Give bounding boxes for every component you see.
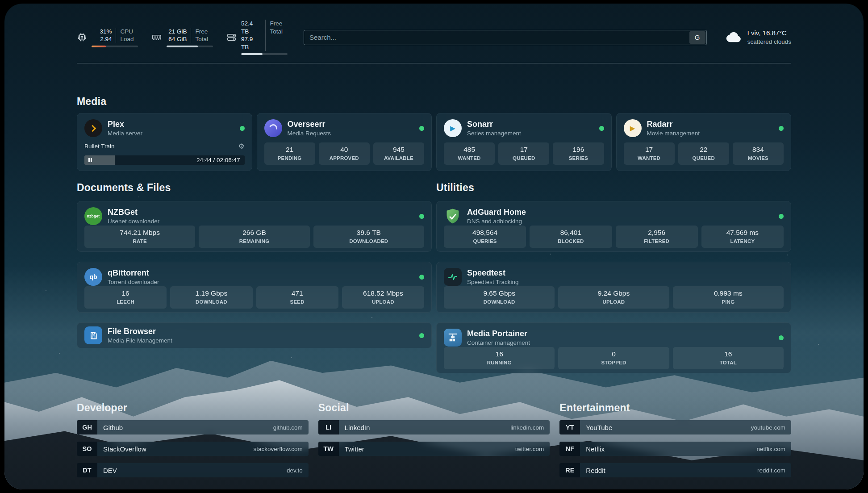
stat-value: 0 <box>560 350 667 359</box>
stat-upload: 618.52 Mbps UPLOAD <box>342 286 424 309</box>
cpu-percent: 31% <box>100 28 112 36</box>
bookmark-name: YouTube <box>586 424 612 431</box>
bookmark-name: LinkedIn <box>345 424 370 431</box>
pause-icon[interactable] <box>88 158 92 162</box>
service-name: Speedtest <box>467 268 519 278</box>
stat-label: LATENCY <box>703 238 782 245</box>
stat-label: QUEUED <box>500 155 547 162</box>
gear-icon[interactable] <box>238 142 244 150</box>
section-title-utilities: Utilities <box>436 182 791 194</box>
service-card-overseerr[interactable]: Overseerr Media Requests 21 PENDING 40 A… <box>257 113 432 171</box>
bookmark-netflix[interactable]: NF Netflix netflix.com <box>559 442 791 456</box>
service-card-portainer[interactable]: Media Portainer Container management 16 … <box>436 322 791 373</box>
stat-value: 618.52 Mbps <box>344 289 422 298</box>
stat-label: LEECH <box>86 299 165 305</box>
service-desc: Media File Management <box>108 337 172 345</box>
status-dot <box>419 214 424 219</box>
bookmark-reddit[interactable]: RE Reddit reddit.com <box>559 463 791 477</box>
search-input[interactable] <box>309 33 689 41</box>
service-card-adguard[interactable]: AdGuard Home DNS and adblocking 498,564 … <box>436 201 791 252</box>
stat-value: 21 <box>266 145 313 154</box>
stat-value: 196 <box>555 145 602 154</box>
stat-value: 945 <box>375 145 422 154</box>
service-card-radarr[interactable]: Radarr Movie management 17 WANTED 22 QUE… <box>616 113 792 171</box>
stat-label: WANTED <box>446 155 493 162</box>
bookmark-youtube[interactable]: YT YouTube youtube.com <box>559 420 791 435</box>
filebrowser-icon <box>84 326 102 344</box>
cpu-icon <box>77 32 87 42</box>
service-desc: Media Requests <box>288 130 331 138</box>
bookmark-name: Netflix <box>586 445 605 453</box>
disk-free: 52.4 TB <box>241 20 261 35</box>
service-card-plex[interactable]: Plex Media server Bullet Train 24:44 / 0… <box>77 113 252 171</box>
service-name: NZBGet <box>108 207 159 217</box>
bookmark-twitter[interactable]: TW Twitter twitter.com <box>318 442 550 456</box>
stat-label: SEED <box>258 299 337 305</box>
stat-label: REMAINING <box>200 238 308 245</box>
stat-label: QUEUED <box>680 155 727 162</box>
service-desc: Torrent downloader <box>108 279 159 286</box>
search-bar: G <box>304 30 707 45</box>
status-dot <box>240 126 245 131</box>
bookmark-name: Reddit <box>586 467 605 474</box>
service-card-qbittorrent[interactable]: qb qBittorrent Torrent downloader 16 LEE… <box>77 262 432 313</box>
bookmark-abbr: LI <box>318 420 339 435</box>
bookmark-abbr: TW <box>318 442 339 456</box>
stat-blocked: 86,401 BLOCKED <box>530 226 612 248</box>
service-card-sonarr[interactable]: Sonarr Series management 485 WANTED 17 Q… <box>436 113 612 171</box>
bookmark-name: Github <box>103 424 123 431</box>
status-dot <box>779 214 784 219</box>
stat-value: 16 <box>675 350 782 359</box>
documents-column: Documents & Files nzbget NZBGet Usenet d… <box>77 182 432 373</box>
overseerr-icon <box>264 119 282 137</box>
bookmark-abbr: RE <box>559 463 580 477</box>
stat-value: 16 <box>86 289 165 298</box>
weather-location: Lviv, 16.87°C <box>747 29 791 38</box>
stat-value: 40 <box>321 145 368 154</box>
stat-value: 16 <box>446 350 553 359</box>
stat-movies: 834 MOVIES <box>733 142 784 165</box>
bookmark-linkedin[interactable]: LI LinkedIn linkedin.com <box>318 420 550 435</box>
stat-value: 86,401 <box>531 228 610 237</box>
bookmark-name: Twitter <box>345 445 364 453</box>
service-card-nzbget[interactable]: nzbget NZBGet Usenet downloader 744.21 M… <box>77 201 432 252</box>
stat-value: 22 <box>680 145 727 154</box>
weather-condition: scattered clouds <box>747 38 791 46</box>
service-name: Sonarr <box>467 119 521 130</box>
stat-label: PENDING <box>266 155 313 162</box>
plex-icon <box>84 119 102 137</box>
stat-available: 945 AVAILABLE <box>373 142 424 165</box>
cpu-load: 2.94 <box>100 35 112 43</box>
adguard-icon <box>444 207 462 225</box>
service-desc: Speedtest Tracking <box>467 279 519 286</box>
section-title-documents: Documents & Files <box>77 182 432 194</box>
stat-series: 196 SERIES <box>553 142 604 165</box>
bookmark-stackoverflow[interactable]: SO StackOverflow stackoverflow.com <box>77 442 309 456</box>
playback-time: 24:44 / 02:06:47 <box>196 157 240 163</box>
service-card-speedtest[interactable]: Speedtest Speedtest Tracking 9.65 Gbps D… <box>436 262 791 313</box>
disk-free-label: Free <box>270 20 288 28</box>
cpu-widget: 31% 2.94 CPU Load <box>77 28 138 47</box>
sonarr-icon <box>444 119 462 137</box>
stat-stopped: 0 STOPPED <box>558 347 669 369</box>
stat-queries: 498,564 QUERIES <box>444 226 526 248</box>
stat-label: WANTED <box>626 155 673 162</box>
stat-value: 498,564 <box>446 228 524 237</box>
bookmark-group-developer: Developer GH Github github.com SO StackO… <box>77 402 309 477</box>
bookmark-dev[interactable]: DT DEV dev.to <box>77 463 309 477</box>
status-dot <box>419 333 424 338</box>
disk-total-label: Total <box>270 28 288 36</box>
stat-upload: 9.24 Gbps UPLOAD <box>558 286 669 309</box>
service-card-filebrowser[interactable]: File Browser Media File Management <box>77 322 432 348</box>
stat-remaining: 266 GB REMAINING <box>199 226 309 248</box>
weather-widget: Lviv, 16.87°C scattered clouds <box>723 29 791 46</box>
bookmark-abbr: YT <box>559 420 580 435</box>
bookmark-github[interactable]: GH Github github.com <box>77 420 309 435</box>
search-provider-button[interactable]: G <box>689 31 705 44</box>
stat-value: 1.19 Gbps <box>172 289 250 298</box>
header-divider <box>77 63 791 63</box>
service-name: Overseerr <box>288 119 331 130</box>
stat-label: STOPPED <box>560 359 667 366</box>
stat-value: 9.24 Gbps <box>560 289 667 298</box>
radarr-icon <box>624 119 642 137</box>
